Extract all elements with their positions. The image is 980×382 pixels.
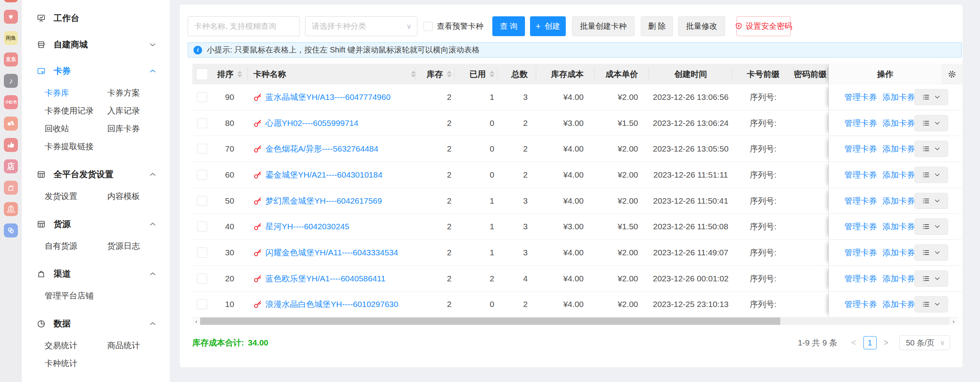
- next-page-icon[interactable]: >: [880, 338, 893, 348]
- select-all-checkbox[interactable]: [196, 68, 208, 80]
- sidebar-item-卡券提取链接[interactable]: 卡券提取链接: [45, 138, 108, 155]
- heart-mosaic-icon[interactable]: ♥: [4, 10, 18, 24]
- kuaishou-icon[interactable]: [4, 117, 18, 131]
- scroll-right-arrow-icon[interactable]: ›: [950, 317, 957, 325]
- sidebar-item-自有货源[interactable]: 自有货源: [45, 237, 107, 255]
- scrollbar-thumb[interactable]: [200, 317, 780, 325]
- card-name-link[interactable]: 梦幻黑金城堡YH----6042617569: [265, 195, 382, 206]
- column-settings-gear-icon[interactable]: [942, 64, 963, 84]
- add-cards-link[interactable]: 添加卡券: [882, 92, 915, 103]
- add-cards-link[interactable]: 添加卡券: [882, 195, 915, 206]
- sidebar-item-卡种统计[interactable]: 卡种统计: [45, 354, 108, 372]
- card-name-link[interactable]: 金色烟花A/异形----5632764484: [265, 143, 378, 154]
- manage-cards-link[interactable]: 管理卡券: [844, 169, 877, 180]
- page-size-select[interactable]: 50 条/页 ∨: [899, 335, 950, 350]
- card-name-search-input[interactable]: [188, 16, 300, 36]
- sidebar-section-channel[interactable]: 渠道: [22, 263, 170, 284]
- row-more-actions-dropdown[interactable]: [914, 115, 948, 131]
- add-cards-link[interactable]: 添加卡券: [882, 221, 915, 232]
- col-header-order[interactable]: 排序: [212, 64, 248, 84]
- card-name-link[interactable]: 鎏金城堡YH/A21----6043010184: [265, 169, 382, 180]
- sidebar-section-data[interactable]: 数据: [22, 313, 170, 334]
- sidebar-item-卡券使用记录[interactable]: 卡券使用记录: [45, 102, 107, 120]
- card-name-link[interactable]: 蓝色欧乐堡YH/A1----6040586411: [265, 273, 385, 284]
- batch-create-button[interactable]: 批量创建卡种: [572, 16, 635, 36]
- add-cards-link[interactable]: 添加卡券: [882, 247, 915, 258]
- app-cut-top-icon[interactable]: [4, 0, 18, 2]
- manage-cards-link[interactable]: 管理卡券: [844, 247, 877, 258]
- batch-edit-button[interactable]: 批量修改: [678, 16, 725, 36]
- col-header-stock[interactable]: 库存: [416, 64, 455, 84]
- manage-cards-link[interactable]: 管理卡券: [844, 299, 877, 310]
- current-page-button[interactable]: 1: [863, 336, 877, 349]
- warning-cards-checkbox[interactable]: [424, 22, 433, 31]
- xianyu-icon[interactable]: 闲鱼: [4, 31, 18, 45]
- sidebar-item-商品统计[interactable]: 商品统计: [107, 337, 170, 354]
- sort-carets-icon[interactable]: [411, 71, 416, 77]
- sidebar-item-回库卡券[interactable]: 回库卡券: [107, 120, 170, 138]
- manage-cards-link[interactable]: 管理卡券: [844, 143, 877, 154]
- add-cards-link[interactable]: 添加卡券: [882, 169, 915, 180]
- card-name-link[interactable]: 心愿YH02----6055999714: [265, 118, 358, 129]
- scroll-left-arrow-icon[interactable]: ‹: [192, 317, 200, 325]
- sidebar-item-发货设置[interactable]: 发货设置: [45, 187, 107, 205]
- row-checkbox[interactable]: [197, 274, 207, 284]
- douyin-icon[interactable]: ♪: [4, 74, 18, 88]
- bag-sparkle-icon[interactable]: [4, 181, 18, 195]
- sidebar-section-workbench[interactable]: 工作台: [22, 8, 170, 29]
- sidebar-item-货源日志[interactable]: 货源日志: [107, 237, 170, 255]
- sort-carets-icon[interactable]: [237, 71, 242, 77]
- sort-carets-icon[interactable]: [447, 71, 452, 77]
- prev-page-icon[interactable]: <: [847, 338, 860, 348]
- manage-cards-link[interactable]: 管理卡券: [844, 92, 877, 103]
- row-more-actions-dropdown[interactable]: [914, 296, 948, 312]
- sidebar-section-cards[interactable]: 卡券: [22, 61, 170, 82]
- youzan-rings-icon[interactable]: [4, 223, 18, 237]
- sidebar-item-回收站[interactable]: 回收站: [45, 120, 107, 138]
- sort-carets-icon[interactable]: [490, 71, 494, 77]
- jingdong-icon[interactable]: 京东: [4, 52, 18, 66]
- row-checkbox[interactable]: [197, 196, 207, 206]
- row-more-actions-dropdown[interactable]: [914, 244, 948, 261]
- row-more-actions-dropdown[interactable]: [914, 270, 948, 287]
- manage-cards-link[interactable]: 管理卡券: [844, 221, 877, 232]
- card-name-link[interactable]: 星河YH----6042030245: [265, 221, 349, 232]
- manage-cards-link[interactable]: 管理卡券: [844, 118, 877, 129]
- add-cards-link[interactable]: 添加卡券: [882, 143, 915, 154]
- col-header-used[interactable]: 已用: [455, 64, 497, 84]
- query-button[interactable]: 查 询: [492, 16, 525, 36]
- row-more-actions-dropdown[interactable]: [914, 141, 948, 157]
- sidebar-section-supply[interactable]: 货源: [22, 214, 170, 235]
- warning-cards-checkbox-label[interactable]: 查看预警卡种: [437, 21, 483, 31]
- row-checkbox[interactable]: [197, 170, 207, 180]
- create-button[interactable]: + 创建: [530, 16, 566, 36]
- manage-cards-link[interactable]: 管理卡券: [844, 273, 877, 284]
- sidebar-section-shipping[interactable]: 全平台发货设置: [22, 164, 170, 185]
- sidebar-section-mall[interactable]: 自建商城: [22, 34, 170, 55]
- col-header-name[interactable]: 卡种名称: [248, 64, 416, 84]
- xiaohongshu-icon[interactable]: 小红书: [4, 95, 18, 109]
- card-name-link[interactable]: 闪耀金色城堡YH/A11----6043334534: [265, 247, 398, 258]
- set-security-password-button[interactable]: 设置安全密码: [736, 16, 791, 36]
- sidebar-item-交易统计[interactable]: 交易统计: [45, 337, 107, 354]
- horizontal-scrollbar[interactable]: ‹ ›: [192, 317, 957, 325]
- sidebar-item-入库记录[interactable]: 入库记录: [107, 102, 170, 120]
- row-more-actions-dropdown[interactable]: [914, 89, 948, 105]
- row-more-actions-dropdown[interactable]: [914, 167, 948, 183]
- card-category-select[interactable]: 请选择卡种分类 ∨: [305, 16, 417, 36]
- add-cards-link[interactable]: 添加卡券: [882, 273, 915, 284]
- row-checkbox[interactable]: [197, 299, 207, 309]
- row-checkbox[interactable]: [197, 144, 207, 154]
- add-cards-link[interactable]: 添加卡券: [882, 118, 915, 129]
- sidebar-item-管理平台店铺[interactable]: 管理平台店铺: [45, 287, 108, 305]
- shopee-icon[interactable]: SShopee: [4, 202, 18, 216]
- add-cards-link[interactable]: 添加卡券: [882, 299, 915, 310]
- thumbs-up-icon[interactable]: [4, 138, 18, 152]
- weidian-icon[interactable]: 店: [4, 159, 18, 173]
- row-checkbox[interactable]: [197, 92, 207, 102]
- sidebar-item-内容模板[interactable]: 内容模板: [107, 187, 170, 205]
- manage-cards-link[interactable]: 管理卡券: [844, 195, 877, 206]
- scrollbar-track[interactable]: [200, 317, 950, 325]
- card-name-link[interactable]: 浪漫水晶白色城堡YH----6010297630: [265, 299, 398, 310]
- row-checkbox[interactable]: [197, 118, 207, 128]
